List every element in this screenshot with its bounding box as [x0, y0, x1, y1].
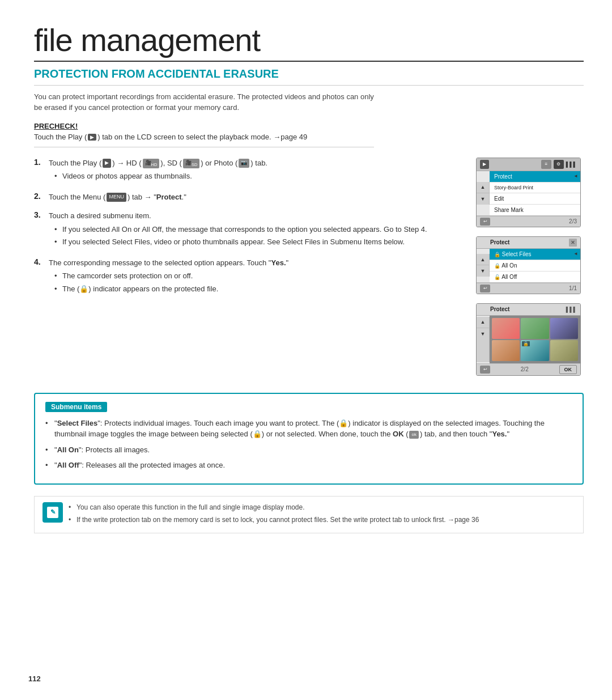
submenu-box: Submenu items "Select Files": Protects i… [34, 393, 584, 485]
back-btn-1[interactable]: ↩ [480, 218, 490, 226]
menu-item-all-off[interactable]: 🔓 All Off [490, 271, 580, 282]
gear-icon: ⚙ [554, 160, 564, 169]
screens-section: ≡ ⚙ ▌▌▌ ▲ ▼ Protect Story-Board Print Ed… [476, 158, 584, 376]
screen-3-counter: 2/2 [521, 366, 529, 372]
submenu-list: "Select Files": Protects individual imag… [45, 418, 572, 471]
screen-3-header-left: Protect [480, 306, 509, 313]
step-4: 4. The corresponding message to the sele… [34, 257, 459, 296]
screen-3-thumbnails: Protect ▌▌▌ ▲ ▼ 🔒 [476, 303, 581, 376]
step-1-bullets: Videos or photos appear as thumbnails. [49, 171, 459, 182]
battery-icon: ▌▌▌ [566, 162, 577, 167]
nav-down-btn[interactable]: ▼ [477, 193, 489, 205]
step-3-bullet-1: If you selected All On or All Off, the m… [54, 224, 459, 235]
list-icon: ≡ [541, 160, 551, 169]
screen-1-body: ▲ ▼ Protect Story-Board Print Edit Share… [477, 171, 580, 216]
screen-3-battery: ▌▌▌ [566, 307, 577, 312]
back-btn-2[interactable]: ↩ [480, 285, 490, 292]
thumbnail-6[interactable] [550, 340, 578, 361]
screen-2-counter: 1/1 [569, 285, 577, 291]
precheck-label: PRECHECK! [34, 122, 584, 130]
screen-play-icon [480, 160, 489, 169]
step-3-content: Touch a desired submenu item. If you sel… [49, 210, 459, 249]
nav-down-btn-3[interactable]: ▼ [477, 328, 489, 340]
screen-2-header-left: Protect [480, 239, 509, 247]
step-4-bullet-1: The camcorder sets protection on or off. [54, 270, 459, 282]
note-box: ✎ You can also operate this function in … [34, 496, 584, 533]
thumbnail-5[interactable]: 🔒 [521, 340, 549, 361]
screen-2-nav: ▲ ▼ [477, 254, 490, 277]
screen-3-footer: ↩ 2/2 OK [477, 363, 580, 375]
menu-item-select-files[interactable]: 🔒 Select Files [490, 249, 580, 260]
page-subtitle: PROTECTION FROM ACCIDENTAL ERASURE [34, 67, 584, 86]
ok-inline-icon: ok [409, 431, 418, 439]
submenu-item-select-files: "Select Files": Protects individual imag… [45, 418, 572, 440]
note-item-2: If the write protection tab on the memor… [69, 515, 479, 525]
screen-1-menu: ≡ ⚙ ▌▌▌ ▲ ▼ Protect Story-Board Print Ed… [476, 158, 581, 227]
note-icon-inner: ✎ [47, 507, 58, 518]
main-content: 1. Touch the Play (▶) → HD (🎥HD), SD (🎥S… [34, 158, 584, 376]
step-1-number: 1. [34, 158, 46, 167]
nav-up-btn-2[interactable]: ▲ [477, 254, 489, 265]
all-off-icon: 🔓 [494, 274, 500, 280]
menu-item-storyboard[interactable]: Story-Board Print [490, 183, 580, 193]
nav-up-btn[interactable]: ▲ [477, 182, 489, 193]
thumbnail-4[interactable] [492, 340, 520, 361]
screen-3-header: Protect ▌▌▌ [477, 304, 580, 316]
nav-down-btn-2[interactable]: ▼ [477, 265, 489, 277]
note-item-1: You can also operate this function in th… [69, 502, 479, 512]
intro-text: You can protect important recordings fro… [34, 91, 374, 113]
close-button[interactable]: ✕ [569, 239, 577, 247]
steps-section: 1. Touch the Play (▶) → HD (🎥HD), SD (🎥S… [34, 158, 459, 304]
thumbnail-3[interactable] [550, 318, 578, 339]
screen-1-header: ≡ ⚙ ▌▌▌ [477, 158, 580, 171]
screen-2-body: ▲ ▼ 🔒 Select Files 🔒 All On 🔓 All Off [477, 249, 580, 283]
screen-3-play-icon [480, 306, 488, 313]
thumbnail-1[interactable] [492, 318, 520, 339]
step-2-content: Touch the Menu (MENU) tab → "Protect." [49, 192, 459, 203]
title-section: file management [34, 23, 584, 62]
screen-2-title: Protect [490, 239, 509, 245]
screen-2-protect: Protect ✕ ▲ ▼ 🔒 Select Files 🔒 All [476, 236, 581, 294]
menu-item-edit[interactable]: Edit [490, 193, 580, 205]
step-3-bullet-2: If you selected Select Files, video or p… [54, 236, 459, 248]
hd-icon: 🎥HD [143, 159, 160, 168]
all-on-icon: 🔒 [494, 263, 500, 269]
step-4-content: The corresponding message to the selecte… [49, 257, 459, 296]
step-1: 1. Touch the Play (▶) → HD (🎥HD), SD (🎥S… [34, 158, 459, 184]
protect-indicator: 🔒 [522, 341, 530, 346]
step-4-bullets: The camcorder sets protection on or off.… [49, 270, 459, 294]
note-icon-text: ✎ [50, 508, 56, 516]
note-icon: ✎ [42, 502, 63, 523]
menu-item-all-on[interactable]: 🔒 All On [490, 260, 580, 271]
thumbnail-grid: 🔒 [490, 316, 580, 363]
screen-3-body: ▲ ▼ 🔒 [477, 316, 580, 363]
menu-icon: MENU [107, 193, 126, 202]
screen-2-items: 🔒 Select Files 🔒 All On 🔓 All Off [490, 249, 580, 282]
all-off-label: All Off [57, 461, 79, 469]
all-on-label: All On [57, 446, 79, 454]
back-btn-3[interactable]: ↩ [480, 366, 490, 374]
select-files-icon: 🔒 [494, 252, 500, 257]
step-1-content: Touch the Play (▶) → HD (🎥HD), SD (🎥SD) … [49, 158, 459, 184]
note-content: You can also operate this function in th… [69, 502, 479, 527]
step-4-bullet-2: The (🔒) indicator appears on the protect… [54, 283, 459, 295]
screen-1-footer: ↩ 2/3 [477, 216, 580, 227]
ok-button[interactable]: OK [559, 365, 577, 374]
screen-2-footer: ↩ 1/1 [477, 283, 580, 294]
menu-item-sharemark[interactable]: Share Mark [490, 205, 580, 215]
step-3-bullets: If you selected All On or All Off, the m… [49, 224, 459, 248]
submenu-item-all-on: "All On": Protects all images. [45, 444, 572, 456]
thumbnail-2[interactable] [521, 318, 549, 339]
select-files-label: Select Files [57, 419, 98, 427]
play-icon-s1: ▶ [103, 159, 111, 168]
submenu-item-all-off: "All Off": Releases all the protected im… [45, 460, 572, 471]
screen-1-counter: 2/3 [569, 218, 577, 224]
screen-1-icons: ≡ ⚙ ▌▌▌ [541, 160, 577, 169]
screen-3-title: Protect [490, 306, 509, 312]
play-icon: ▶ [88, 134, 96, 141]
screen-1-items: Protect Story-Board Print Edit Share Mar… [490, 171, 580, 215]
screen-1-nav: ▲ ▼ [477, 182, 490, 205]
photo-icon: 📷 [239, 159, 249, 168]
nav-up-btn-3[interactable]: ▲ [477, 317, 489, 328]
menu-item-protect[interactable]: Protect [490, 171, 580, 183]
